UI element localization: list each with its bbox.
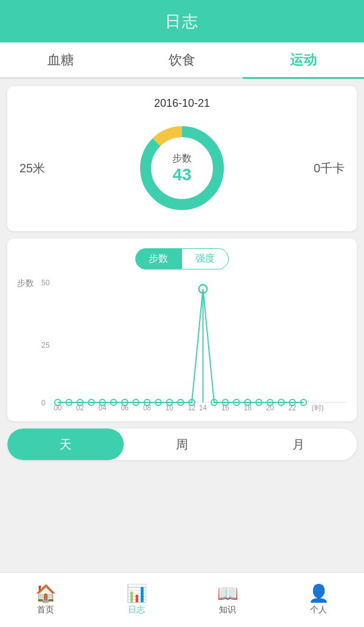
donut-value: 43 — [172, 165, 192, 185]
donut-label: 步数 — [172, 152, 192, 165]
period-month[interactable]: 月 — [240, 429, 357, 460]
tab-diet[interactable]: 饮食 — [121, 42, 243, 77]
svg-text:25: 25 — [41, 341, 50, 350]
tabs: 血糖 饮食 运动 — [0, 42, 364, 79]
summary-date: 2016-10-21 — [19, 97, 345, 110]
knowledge-icon: 📖 — [217, 585, 238, 602]
svg-text:04: 04 — [98, 404, 106, 412]
summary-card: 2016-10-21 25米 步数 43 0千卡 — [7, 86, 357, 231]
donut-chart: 步数 43 — [133, 120, 231, 217]
svg-text:22: 22 — [288, 404, 296, 412]
period-selector: 天 周 月 — [7, 429, 357, 460]
summary-calories: 0千卡 — [284, 160, 345, 177]
nav-knowledge-label: 知识 — [219, 605, 236, 615]
nav-knowledge[interactable]: 📖 知识 — [182, 573, 273, 627]
nav-home[interactable]: 🏠 首页 — [0, 573, 91, 627]
summary-distance: 25米 — [19, 160, 80, 177]
chart-section: 步数 强度 步数 50 25 0 — [7, 239, 357, 421]
svg-text:16: 16 — [221, 404, 229, 412]
summary-body: 25米 步数 43 0千卡 — [19, 120, 345, 217]
header-title: 日志 — [165, 11, 199, 32]
period-week[interactable]: 周 — [124, 429, 240, 460]
bottom-nav: 🏠 首页 📊 日志 📖 知识 👤 个人 — [0, 572, 364, 627]
toggle-steps[interactable]: 步数 — [135, 248, 181, 269]
nav-profile[interactable]: 👤 个人 — [273, 573, 364, 627]
tab-exercise[interactable]: 运动 — [243, 42, 364, 77]
svg-text:00: 00 — [54, 404, 62, 412]
tab-blood-sugar[interactable]: 血糖 — [0, 42, 121, 77]
period-day[interactable]: 天 — [7, 429, 124, 460]
svg-text:10: 10 — [166, 404, 174, 412]
toggle-intensity[interactable]: 强度 — [181, 248, 229, 269]
chart-y-label: 步数 — [17, 278, 34, 289]
chart-svg: 50 25 0 — [41, 278, 347, 412]
chart-toggle: 步数 强度 — [17, 248, 347, 269]
log-icon: 📊 — [126, 585, 147, 602]
nav-log[interactable]: 📊 日志 — [91, 573, 182, 627]
svg-text:18: 18 — [244, 404, 252, 412]
svg-text:08: 08 — [143, 404, 151, 412]
profile-icon: 👤 — [308, 585, 329, 602]
svg-text:12: 12 — [188, 404, 196, 412]
header: 日志 — [0, 0, 364, 42]
donut-center: 步数 43 — [172, 152, 192, 185]
svg-text:20: 20 — [266, 404, 274, 412]
svg-text:50: 50 — [41, 278, 50, 287]
svg-text:(时): (时) — [312, 404, 324, 412]
nav-home-label: 首页 — [37, 605, 54, 615]
chart-area: 步数 50 25 0 — [17, 278, 347, 414]
svg-text:02: 02 — [76, 404, 84, 412]
svg-text:06: 06 — [121, 404, 129, 412]
svg-text:0: 0 — [41, 398, 46, 407]
nav-log-label: 日志 — [128, 605, 145, 615]
nav-profile-label: 个人 — [310, 605, 327, 615]
svg-text:14: 14 — [199, 404, 207, 412]
home-icon: 🏠 — [35, 585, 56, 602]
